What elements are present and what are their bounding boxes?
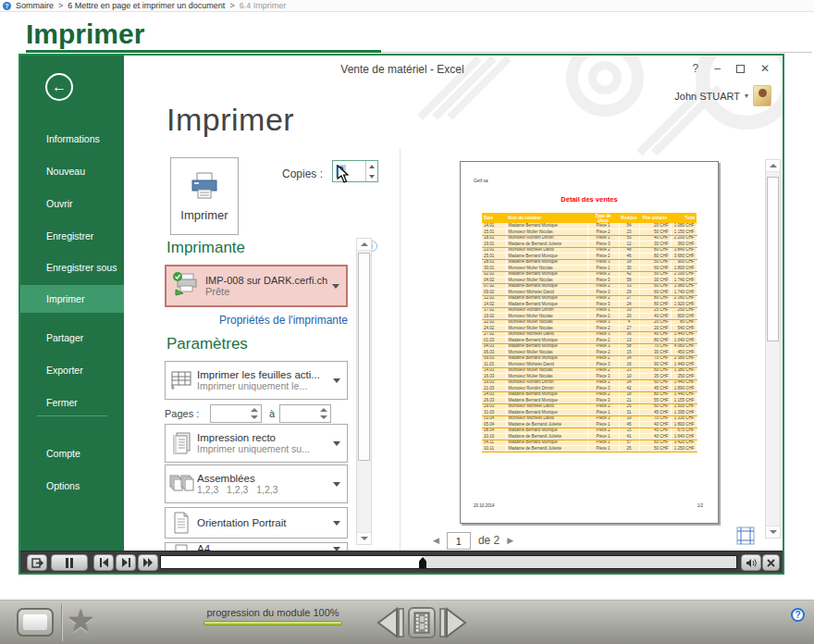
pause-icon xyxy=(65,558,74,568)
scroll-down-icon[interactable] xyxy=(357,532,371,544)
previous-page-icon[interactable]: ◀ xyxy=(433,536,439,545)
printer-icon xyxy=(188,171,221,201)
print-button[interactable]: Imprimer xyxy=(170,157,239,235)
fast-forward-button[interactable] xyxy=(138,554,158,571)
spin-up-icon[interactable] xyxy=(251,408,258,412)
table-header: Type de pièce xyxy=(587,213,619,223)
exit-player-button[interactable] xyxy=(27,554,47,571)
avatar[interactable] xyxy=(753,85,771,106)
sidebar-item-options[interactable]: Options xyxy=(20,472,124,500)
copies-stepper[interactable] xyxy=(365,161,377,181)
toolbar-divider xyxy=(61,604,62,641)
pages-label: Pages : xyxy=(165,408,199,419)
pause-button[interactable] xyxy=(51,554,88,571)
dropdown-label: Imprimer les feuilles acti... xyxy=(197,369,333,380)
spin-up-icon[interactable] xyxy=(369,165,375,168)
breadcrumb-help-icon[interactable]: ? xyxy=(3,2,11,10)
settings-section-heading: Paramètres xyxy=(166,335,248,353)
pages-from-input[interactable] xyxy=(210,404,262,423)
sidebar-item-informations[interactable]: Informations xyxy=(20,125,124,153)
timeline-slider[interactable] xyxy=(160,555,737,569)
module-list-button[interactable] xyxy=(408,607,436,638)
sidebar-item-enregistrer-sous[interactable]: Enregistrer sous xyxy=(20,254,124,281)
skip-forward-icon xyxy=(121,558,131,567)
help-button[interactable]: ? xyxy=(693,62,699,75)
close-button[interactable]: ✕ xyxy=(760,62,770,75)
table-header: Nombre xyxy=(619,213,639,223)
back-button[interactable]: ← xyxy=(45,73,73,101)
spin-up-icon[interactable] xyxy=(320,408,327,412)
account-menu[interactable]: John STUART ▾ xyxy=(674,85,771,106)
chevron-down-icon: ▾ xyxy=(745,92,748,100)
minimize-button[interactable]: – xyxy=(714,62,721,75)
scroll-down-icon[interactable] xyxy=(766,526,780,538)
dropdown-sublabel: Imprimer uniquement su... xyxy=(197,443,333,454)
chevron-down-icon xyxy=(333,482,340,487)
timeline-marker[interactable] xyxy=(419,557,426,568)
previous-module-button[interactable] xyxy=(374,606,405,639)
next-button[interactable] xyxy=(116,554,136,571)
duplex-dropdown[interactable]: Impression recto Imprimer uniquement su.… xyxy=(165,424,348,463)
window-controls: ? – ✕ xyxy=(693,62,770,75)
spin-down-icon[interactable] xyxy=(369,175,375,179)
sidebar-divider xyxy=(37,415,107,416)
portrait-page-icon xyxy=(172,512,191,534)
maximize-button[interactable] xyxy=(736,65,745,73)
scroll-up-icon[interactable] xyxy=(766,160,780,172)
printer-select[interactable]: IMP-008 sur DARK.cerfi.ch Prête xyxy=(165,265,348,307)
sidebar-item-exporter[interactable]: Exporter xyxy=(20,356,124,384)
volume-button[interactable] xyxy=(741,554,761,571)
page-number-input[interactable]: 1 xyxy=(447,532,471,550)
next-page-icon[interactable]: ▶ xyxy=(507,536,513,545)
orientation-dropdown[interactable]: Orientation Portrait xyxy=(165,507,348,539)
table-row: 10.11Madame de Bernardi JuliettePièce 12… xyxy=(482,446,697,452)
sidebar-item-enregistrer[interactable]: Enregistrer xyxy=(20,222,124,250)
next-module-button[interactable] xyxy=(438,606,470,639)
close-icon xyxy=(767,559,775,567)
spin-down-icon[interactable] xyxy=(251,415,258,419)
film-icon xyxy=(413,612,430,634)
printer-section-heading: Imprimante xyxy=(166,239,245,257)
previous-button[interactable] xyxy=(93,554,114,571)
sidebar-item-ouvrir[interactable]: Ouvrir xyxy=(20,190,124,217)
sidebar-item-fermer[interactable]: Fermer xyxy=(20,389,124,416)
sidebar-item-imprimer[interactable]: Imprimer xyxy=(20,285,124,313)
pages-to-input[interactable] xyxy=(279,404,331,423)
sidebar-item-nouveau[interactable]: Nouveau xyxy=(20,157,124,185)
show-margins-button[interactable] xyxy=(735,526,756,546)
print-what-dropdown[interactable]: Imprimer les feuilles acti... Imprimer u… xyxy=(165,361,348,400)
dropdown-sublabel: Imprimer uniquement le... xyxy=(197,380,333,391)
sidebar-item-partager[interactable]: Partager xyxy=(20,324,124,352)
pages-to-label: à xyxy=(269,408,275,419)
bottom-toolbar: ★ progression du module 100% xyxy=(0,600,814,644)
scrollbar-thumb[interactable] xyxy=(767,177,779,341)
player-bar xyxy=(20,551,783,573)
dropdown-sublabel: 1,2,3 1,2,3 1,2,3 xyxy=(197,484,333,495)
module-progress: progression du module 100% xyxy=(166,607,379,625)
fullscreen-button[interactable] xyxy=(17,608,54,637)
help-icon[interactable]: ? xyxy=(791,608,805,622)
table-cell: 50 CHF xyxy=(639,446,671,452)
title-underline xyxy=(26,50,381,53)
breadcrumb-separator: > xyxy=(58,1,63,10)
print-button-label: Imprimer xyxy=(180,208,228,222)
breadcrumb-separator: > xyxy=(229,1,234,10)
page-count-label: de 2 xyxy=(478,534,500,547)
breadcrumb-section[interactable]: 6 Mettre en page et imprimer un document xyxy=(68,1,225,10)
printer-properties-link[interactable]: Propriétés de l'imprimante xyxy=(165,314,348,327)
settings-scrollbar[interactable] xyxy=(356,238,372,545)
monitor-icon xyxy=(23,614,47,630)
preview-scrollbar[interactable] xyxy=(765,159,781,539)
breadcrumb-current-page: 6.4 Imprimer xyxy=(240,1,287,10)
preview-doc-title: Détail des ventes xyxy=(461,195,718,204)
collation-dropdown[interactable]: Assemblées 1,2,3 1,2,3 1,2,3 xyxy=(165,464,348,503)
breadcrumb-home[interactable]: Sommaire xyxy=(16,1,54,10)
collate-icon xyxy=(168,472,194,496)
favorite-star-icon[interactable]: ★ xyxy=(67,602,94,639)
close-player-button[interactable] xyxy=(762,554,780,571)
sidebar-item-compte[interactable]: Compte xyxy=(20,440,124,467)
scrollbar-thumb[interactable] xyxy=(358,253,370,461)
spin-down-icon[interactable] xyxy=(320,415,327,419)
preview-footer-date: 20.10.2014 xyxy=(474,503,495,508)
scroll-up-icon[interactable] xyxy=(357,239,371,251)
